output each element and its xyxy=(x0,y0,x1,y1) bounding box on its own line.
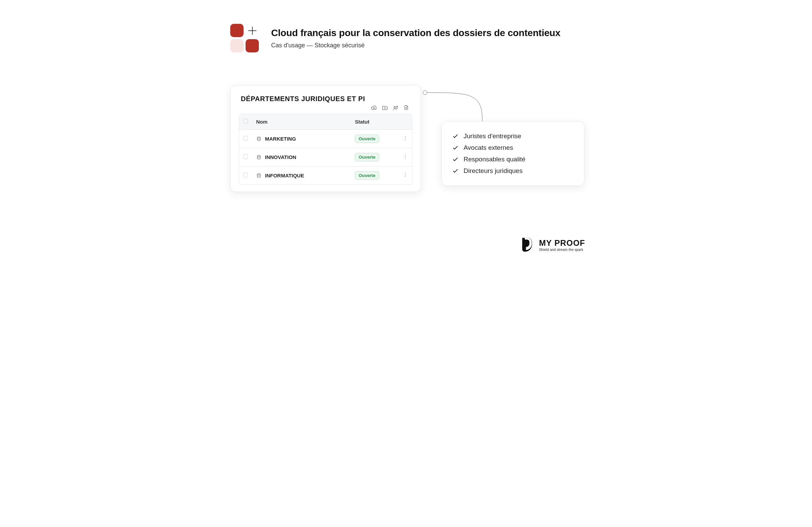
svg-point-2 xyxy=(257,137,260,138)
brand-tagline: Shield and stream the spark xyxy=(539,248,585,252)
svg-point-14 xyxy=(423,90,427,94)
status-badge: Ouverte xyxy=(355,153,379,161)
check-icon xyxy=(452,167,459,174)
database-icon xyxy=(256,136,262,142)
svg-point-8 xyxy=(405,156,406,157)
row-more-button[interactable] xyxy=(403,136,408,142)
audience-label: Juristes d'entreprise xyxy=(464,132,521,140)
brand-tile xyxy=(230,39,244,53)
svg-point-9 xyxy=(405,158,406,159)
check-icon xyxy=(452,156,459,163)
svg-point-0 xyxy=(394,106,396,108)
svg-point-5 xyxy=(405,140,406,140)
svg-point-4 xyxy=(405,138,406,138)
audience-item: Directeurs juridiques xyxy=(452,165,574,177)
page-title: Cloud français pour la conservation des … xyxy=(271,28,560,39)
table-row[interactable]: INNOVATIONOuverte xyxy=(239,148,412,166)
brand-shield-icon xyxy=(517,236,535,254)
row-checkbox[interactable] xyxy=(243,154,248,159)
document-icon[interactable] xyxy=(404,105,410,111)
row-more-button[interactable] xyxy=(403,155,408,160)
database-icon xyxy=(256,155,262,160)
column-header-name: Nom xyxy=(252,114,351,129)
audience-label: Avocats externes xyxy=(464,144,513,151)
title-block: Cloud français pour la conservation des … xyxy=(271,28,560,49)
page-header: Cloud français pour la conservation des … xyxy=(230,24,560,53)
svg-point-7 xyxy=(405,155,406,155)
share-users-icon[interactable] xyxy=(393,105,399,111)
row-checkbox[interactable] xyxy=(243,136,248,141)
audience-label: Directeurs juridiques xyxy=(464,167,522,175)
status-badge: Ouverte xyxy=(355,134,379,143)
departments-table: Nom Statut MARKETINGOuverteINNOVATIONOuv… xyxy=(239,114,412,185)
svg-point-11 xyxy=(405,173,406,174)
svg-point-3 xyxy=(405,136,406,137)
audience-panel: Juristes d'entrepriseAvocats externesRes… xyxy=(441,121,584,186)
svg-point-12 xyxy=(405,175,406,175)
row-checkbox[interactable] xyxy=(243,173,248,177)
table-row[interactable]: MARKETINGOuverte xyxy=(239,129,412,148)
footer-brand: MY PROOF Shield and stream the spark xyxy=(517,236,585,254)
svg-point-1 xyxy=(396,106,397,107)
audience-item: Avocats externes xyxy=(452,142,574,153)
row-name: INNOVATION xyxy=(265,154,296,160)
check-icon xyxy=(452,144,459,151)
row-name: MARKETING xyxy=(265,136,296,142)
check-icon xyxy=(452,133,459,140)
row-name: INFORMATIQUE xyxy=(265,173,304,178)
svg-point-6 xyxy=(257,155,260,156)
row-more-button[interactable] xyxy=(403,173,408,179)
brand-tile xyxy=(246,39,259,53)
table-row[interactable]: INFORMATIQUEOuverte xyxy=(239,166,412,185)
departments-title: DÉPARTEMENTS JURIDIQUES ET PI xyxy=(241,95,411,103)
column-header-status: Statut xyxy=(351,114,398,129)
departments-panel: DÉPARTEMENTS JURIDIQUES ET PI xyxy=(230,85,421,192)
audience-label: Responsables qualité xyxy=(464,156,525,163)
cloud-upload-icon[interactable] xyxy=(371,105,377,111)
panel-actions xyxy=(239,105,412,114)
page-subtitle: Cas d'usage — Stockage sécurisé xyxy=(271,42,560,49)
svg-point-10 xyxy=(257,174,260,175)
select-all-checkbox[interactable] xyxy=(243,119,248,123)
new-folder-icon[interactable] xyxy=(382,105,388,111)
database-icon xyxy=(256,173,262,178)
brand-mark xyxy=(230,24,259,53)
brand-tile xyxy=(230,24,244,37)
status-badge: Ouverte xyxy=(355,171,379,180)
svg-point-13 xyxy=(405,176,406,177)
audience-item: Responsables qualité xyxy=(452,153,574,165)
audience-item: Juristes d'entreprise xyxy=(452,130,574,142)
plus-icon xyxy=(246,24,259,37)
brand-name: MY PROOF xyxy=(539,238,585,248)
